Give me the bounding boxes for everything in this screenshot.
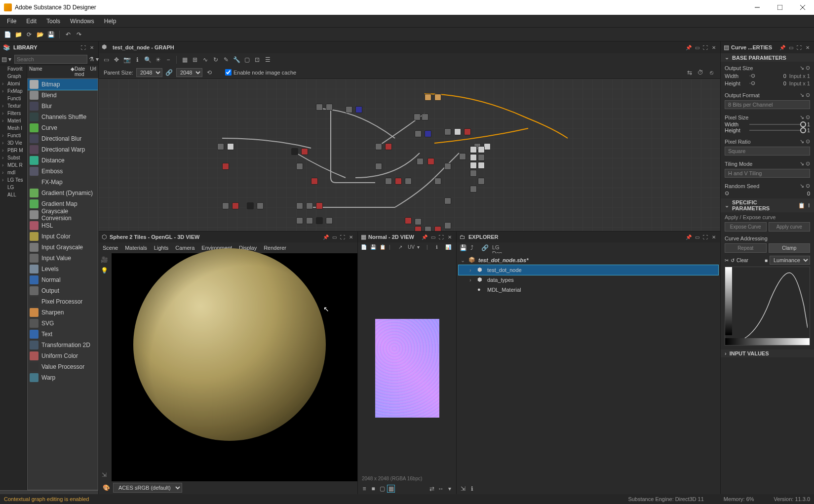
move-icon[interactable]: ✥	[112, 56, 121, 64]
stretch-icon[interactable]: ↔	[437, 485, 444, 492]
menu-edit[interactable]: Edit	[21, 16, 41, 27]
library-list-item[interactable]: Curve	[28, 122, 98, 133]
save-icon[interactable]: 💾	[46, 30, 55, 39]
max-icon[interactable]: ⛶	[702, 44, 709, 51]
library-list-item[interactable]: Input Grayscale	[28, 242, 98, 253]
library-list-item[interactable]: Uniform Color	[28, 350, 98, 361]
depmgr-link[interactable]: LG Dep Mgr	[492, 244, 500, 251]
curve-icon[interactable]: ∿	[201, 56, 210, 64]
grid-icon[interactable]: ▦	[180, 56, 189, 64]
frame-icon[interactable]: ▢	[242, 56, 251, 64]
refresh-icon[interactable]: ⟳	[25, 30, 34, 39]
filter-icon[interactable]: ▤	[1, 55, 7, 63]
library-list-item[interactable]: Blur	[28, 101, 98, 112]
info-icon[interactable]: ℹ	[436, 244, 443, 251]
max-icon[interactable]: ⛶	[702, 233, 709, 240]
clamp-button[interactable]: Clamp	[769, 243, 811, 253]
library-list-item[interactable]: Distance	[28, 155, 98, 166]
library-tree-item[interactable]: ›3D Vie	[0, 139, 27, 147]
max-icon[interactable]: ⛶	[339, 233, 346, 240]
library-tree-item[interactable]: ›MDL R	[0, 161, 27, 169]
apply-curve-button[interactable]: Apply curve	[769, 222, 811, 232]
link-icon[interactable]: 🔗	[481, 244, 489, 251]
repeat-button[interactable]: Repeat	[725, 243, 767, 253]
library-tree-item[interactable]: Mesh I	[0, 124, 27, 132]
clear-button[interactable]: Clear	[736, 258, 748, 263]
library-list-item[interactable]: Transformation 2D	[28, 340, 98, 350]
close-icon[interactable]: ✕	[710, 233, 717, 240]
snap-icon[interactable]: ⊡	[253, 56, 262, 64]
maximize-button[interactable]	[769, 0, 791, 15]
pin-icon[interactable]: 📌	[779, 44, 786, 51]
info-icon[interactable]: ℹ	[133, 56, 142, 64]
explorer-item[interactable]: ●MDL_Material	[459, 285, 718, 295]
layers-icon[interactable]: ≡	[361, 485, 368, 492]
library-tree-item[interactable]: LG	[0, 184, 27, 191]
pin-icon[interactable]: 📌	[322, 233, 329, 240]
library-list-item[interactable]: Sharpen	[28, 307, 98, 318]
library-list-item[interactable]: Warp	[28, 372, 98, 383]
bulb-icon[interactable]: 💡	[101, 267, 109, 275]
search-graph-icon[interactable]: 🔍	[143, 56, 152, 64]
link-icon[interactable]: ↘	[800, 65, 804, 71]
library-list-item[interactable]: Gradient (Dynamic)	[28, 188, 98, 198]
library-tree[interactable]: FavoritGraph›Atomi›FxMapFuncti›Textur›Fi…	[0, 65, 27, 490]
library-list-item[interactable]: Levels	[28, 264, 98, 274]
library-list-item[interactable]: Bitmap	[28, 79, 98, 90]
histogram-icon[interactable]: 📊	[445, 244, 452, 251]
library-tree-item[interactable]: ›Atomi	[0, 80, 27, 87]
v3d-menu-materials[interactable]: Materials	[125, 245, 147, 251]
channel-icon[interactable]: ■	[765, 258, 768, 263]
library-list-item[interactable]: Input Value	[28, 253, 98, 264]
specific-params-header[interactable]: SPECIFIC PARAMETERS	[732, 199, 792, 211]
link-icon[interactable]: 🔗	[165, 69, 173, 77]
new-icon[interactable]: 📄	[3, 30, 12, 39]
min-icon[interactable]: ▭	[429, 233, 436, 240]
tool1-icon[interactable]: ✂	[725, 258, 729, 263]
close-icon[interactable]: ✕	[348, 233, 354, 240]
view2d-viewport[interactable]: 2048 x 2048 (RGBA 16bpc)	[358, 253, 456, 483]
format-field[interactable]: 8 Bits per Channel	[725, 100, 810, 109]
library-list-item[interactable]: Directional Warp	[28, 144, 98, 155]
menu-windows[interactable]: Windows	[65, 16, 99, 27]
luminance-select[interactable]: Luminance	[770, 256, 810, 265]
cache-checkbox[interactable]: Enable node image cache	[225, 69, 296, 76]
min-icon[interactable]: ▭	[694, 44, 700, 51]
library-list-item[interactable]: HSL	[28, 220, 98, 231]
v3d-menu-renderer[interactable]: Renderer	[264, 245, 286, 251]
export-icon[interactable]: ⤴	[470, 244, 478, 251]
v3d-menu-lights[interactable]: Lights	[154, 245, 168, 251]
ratio-field[interactable]: Square	[725, 147, 810, 155]
menu-icon[interactable]: ⁝	[808, 202, 810, 209]
more-icon[interactable]: ▾	[446, 485, 453, 492]
library-tree-item[interactable]: ALL	[0, 191, 27, 198]
redo-icon[interactable]: ↷	[75, 30, 83, 39]
explorer-item[interactable]: ›⬢test_dot_node	[459, 265, 718, 275]
library-tree-item[interactable]: Favorit	[0, 65, 27, 73]
library-tree-item[interactable]: Graph	[0, 73, 27, 80]
copy-icon[interactable]: 📋	[380, 244, 387, 251]
open-icon[interactable]: 📁	[14, 30, 23, 39]
cursor-icon[interactable]: ▭	[102, 56, 111, 64]
view3d-viewport[interactable]: 🎥 💡 ↖ ⇲	[99, 253, 357, 481]
close-icon[interactable]: ✕	[710, 44, 717, 51]
menu-tools[interactable]: Tools	[41, 16, 65, 27]
copy-icon[interactable]: 📋	[798, 202, 805, 209]
maximize-panel-icon[interactable]: ⛶	[80, 44, 87, 51]
sq3-icon[interactable]: ▦	[388, 485, 394, 492]
pin-icon[interactable]: 📌	[685, 44, 692, 51]
collapse-icon[interactable]: ⇲	[460, 485, 466, 492]
filter2-icon[interactable]: ⚗	[89, 55, 94, 63]
library-tree-item[interactable]: ›Subst	[0, 154, 27, 161]
reset-icon[interactable]: ⊙	[806, 65, 810, 71]
list-icon[interactable]: ☰	[263, 56, 272, 64]
max-icon[interactable]: ⛶	[438, 233, 445, 240]
min-icon[interactable]: ▭	[331, 233, 338, 240]
close-panel-icon[interactable]: ✕	[88, 44, 95, 51]
parent-size-select-1[interactable]: 2048	[136, 68, 162, 77]
library-list-item[interactable]: Channels Shuffle	[28, 112, 98, 122]
min-icon[interactable]: ▭	[787, 44, 794, 51]
close-icon[interactable]: ✕	[446, 233, 453, 240]
reset-icon[interactable]: ⟲	[205, 69, 213, 77]
library-list-item[interactable]: Directional Blur	[28, 133, 98, 144]
